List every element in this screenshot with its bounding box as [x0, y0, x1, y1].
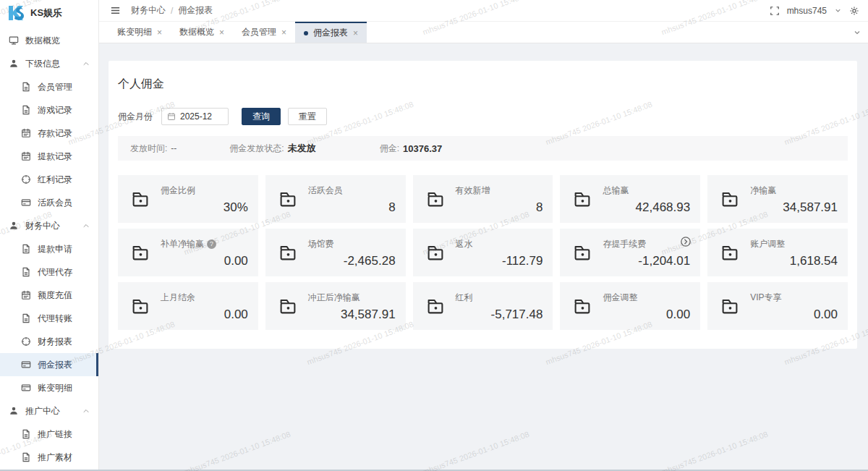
- folder-icon: [277, 188, 299, 210]
- doc-icon: [21, 244, 31, 254]
- sidebar-item-finance-report[interactable]: 财务报表: [0, 330, 98, 353]
- status-value: 未发放: [288, 142, 316, 155]
- sidebar-item-label: 数据概览: [25, 35, 60, 47]
- sidebar-item-subordinate-info[interactable]: 下级信息: [0, 52, 98, 75]
- folder-icon: [571, 295, 593, 317]
- stat-card-commission-adjust: 佣金调整0.00: [560, 282, 700, 330]
- card-icon: [21, 198, 31, 208]
- sidebar-item-account-changes[interactable]: 账变明细: [0, 376, 98, 399]
- stat-card-reorder-net-winloss: 补单净输赢?0.00: [118, 229, 258, 276]
- close-icon[interactable]: ×: [157, 28, 162, 37]
- stat-card-total-winloss: 总输赢42,468.93: [560, 175, 700, 223]
- sidebar-item-label: 红利记录: [38, 174, 72, 186]
- sidebar-item-label: 代理代存: [38, 266, 72, 279]
- tabs-chevron-down-icon[interactable]: [853, 28, 861, 37]
- close-icon[interactable]: ×: [219, 28, 224, 37]
- stat-card-net-winloss: 净输赢34,587.91: [707, 175, 848, 223]
- folder-icon: [571, 188, 593, 210]
- folder-icon: [129, 295, 151, 317]
- reset-button[interactable]: 重置: [288, 108, 327, 125]
- sidebar-item-bonus-records[interactable]: 红利记录: [0, 168, 98, 191]
- issue-time-value: --: [171, 143, 176, 153]
- sidebar-item-commission-report[interactable]: 佣金报表: [0, 353, 98, 376]
- search-button[interactable]: 查询: [242, 108, 281, 125]
- card-icon: [21, 383, 31, 393]
- filter-row: 佣金月份 2025-12 查询 重置: [118, 108, 848, 125]
- breadcrumb-separator: /: [171, 6, 173, 16]
- sidebar-item-member-management[interactable]: 会员管理: [0, 75, 98, 98]
- content-area: 个人佣金 佣金月份 2025-12 查询 重置 发放时间: -- 佣金发放状态:…: [99, 43, 868, 349]
- topbar: 财务中心 / 佣金报表 mhsus745: [99, 0, 868, 22]
- calendar-icon: [167, 112, 176, 121]
- stat-card-label: 补单净输赢?: [161, 238, 216, 250]
- stat-card-commission-rate: 佣金比例30%: [118, 175, 258, 223]
- summary-bar: 发放时间: -- 佣金发放状态: 未发放 佣金: 10376.37: [118, 136, 848, 161]
- fullscreen-icon[interactable]: [770, 6, 780, 16]
- stat-card-value: 8: [388, 200, 395, 215]
- stat-card-last-month-balance: 上月结余0.00: [118, 282, 258, 330]
- sidebar-item-withdrawal-request[interactable]: 提款申请: [0, 237, 98, 260]
- chevron-up-icon[interactable]: [82, 59, 90, 68]
- sidebar-item-promotion-center[interactable]: 推广中心: [0, 399, 98, 423]
- user-menu[interactable]: mhsus745: [787, 6, 827, 16]
- chevron-up-icon[interactable]: [82, 407, 90, 415]
- stat-card-corrected-net-winloss: 冲正后净输赢34,587.91: [265, 282, 406, 330]
- sidebar-item-agent-deposit[interactable]: 代理代存: [0, 260, 98, 284]
- sidebar-item-quota-recharge[interactable]: 额度充值: [0, 284, 98, 307]
- sidebar-item-label: 存款记录: [38, 127, 72, 140]
- user-chevron-down-icon[interactable]: [834, 7, 842, 14]
- breadcrumb-section[interactable]: 财务中心: [131, 4, 166, 17]
- stat-card-venue-fee: 场馆费-2,465.28: [265, 229, 406, 276]
- stat-card-value: -5,717.48: [491, 307, 543, 322]
- stat-card-label: 账户调整: [750, 238, 785, 250]
- tab-label: 账变明细: [117, 26, 152, 38]
- sidebar-item-game-records[interactable]: 游戏记录: [0, 98, 98, 122]
- sidebar-item-data-overview[interactable]: 数据概览: [0, 29, 98, 52]
- doc-icon: [21, 105, 31, 115]
- tab-account-changes[interactable]: 账变明细×: [109, 22, 171, 43]
- folder-icon: [719, 295, 741, 317]
- close-icon[interactable]: ×: [353, 29, 358, 38]
- status-label: 佣金发放状态:: [229, 143, 284, 155]
- sidebar-item-label: 推广中心: [25, 405, 60, 417]
- month-date-input[interactable]: 2025-12: [161, 108, 229, 125]
- sidebar-item-active-members[interactable]: 活跃会员: [0, 191, 98, 214]
- issue-time-label: 发放时间:: [130, 143, 167, 155]
- sidebar-item-label: 下级信息: [25, 58, 60, 70]
- compass-icon: [21, 336, 31, 347]
- doc-icon: [21, 429, 31, 439]
- sidebar-item-promotion-materials[interactable]: 推广素材: [0, 446, 98, 469]
- folder-icon: [719, 188, 741, 210]
- app-logo[interactable]: KS娱乐: [0, 0, 98, 26]
- stat-card-label: 返水: [456, 238, 473, 250]
- tab-member-management[interactable]: 会员管理×: [233, 22, 295, 43]
- sidebar-item-withdrawal-records[interactable]: 提款记录: [0, 145, 98, 168]
- tab-data-overview[interactable]: 数据概览×: [171, 22, 233, 43]
- collapse-menu-icon[interactable]: [110, 5, 121, 16]
- stat-card-label: 佣金调整: [603, 292, 637, 304]
- stat-card-valid-new: 有效新增8: [413, 175, 553, 223]
- stat-card-value: -1,204.01: [638, 254, 690, 268]
- stat-card-label: 净输赢: [750, 184, 776, 197]
- stat-card-label: 冲正后净输赢: [308, 292, 360, 304]
- sidebar-item-promotion-links[interactable]: 推广链接: [0, 423, 98, 446]
- folder-icon: [425, 242, 446, 263]
- folder-icon: [571, 242, 593, 263]
- sidebar-menu: 数据概览下级信息会员管理游戏记录存款记录提款记录红利记录活跃会员财务中心提款申请…: [0, 26, 98, 469]
- settings-gear-icon[interactable]: [849, 6, 859, 16]
- help-icon[interactable]: ?: [207, 239, 216, 249]
- stat-card-label: 上月结余: [161, 292, 195, 304]
- expand-chevron-right-icon[interactable]: [680, 236, 692, 247]
- sidebar-item-finance-center[interactable]: 财务中心: [0, 214, 98, 237]
- folder-icon: [425, 188, 446, 210]
- sidebar-item-label: 财务中心: [25, 220, 60, 232]
- sidebar-item-deposit-records[interactable]: 存款记录: [0, 122, 98, 145]
- sidebar-item-label: 账变明细: [38, 382, 72, 394]
- tab-commission-report[interactable]: 佣金报表×: [295, 22, 367, 43]
- stat-card-label: VIP专享: [750, 292, 781, 304]
- close-icon[interactable]: ×: [281, 28, 286, 37]
- brand-logo-icon: [7, 4, 25, 22]
- chevron-up-icon[interactable]: [82, 221, 90, 230]
- person-icon: [9, 221, 19, 231]
- sidebar-item-agent-transfer[interactable]: 代理转账: [0, 307, 98, 330]
